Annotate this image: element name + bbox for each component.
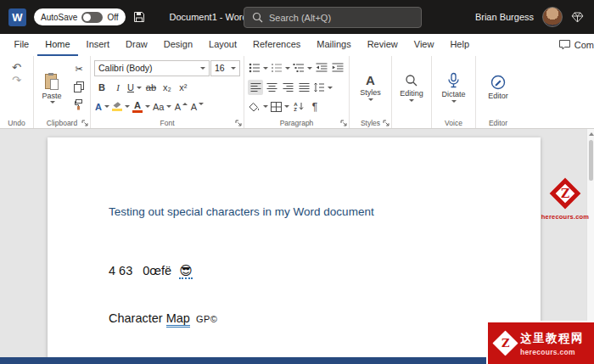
subscript-label: x₂ bbox=[163, 82, 171, 92]
scrollbar-thumb[interactable] bbox=[589, 140, 593, 181]
watermark-banner-text: 这里教程网 herecours.com bbox=[520, 331, 584, 356]
tab-review[interactable]: Review bbox=[359, 34, 406, 56]
tab-references[interactable]: References bbox=[245, 34, 309, 56]
sort-icon: AZ bbox=[294, 102, 297, 112]
sunglasses-emoji: 😎 bbox=[179, 263, 193, 279]
underline-button[interactable]: U bbox=[126, 80, 143, 95]
tab-help[interactable]: Help bbox=[442, 34, 478, 56]
styles-dialog-launcher-icon[interactable] bbox=[383, 120, 389, 126]
scroll-up-icon[interactable] bbox=[589, 132, 594, 136]
align-center-button[interactable] bbox=[264, 80, 279, 95]
editing-button[interactable]: Editing bbox=[395, 59, 428, 116]
paste-label: Paste bbox=[42, 92, 61, 100]
voice-group-label: Voice bbox=[432, 119, 475, 127]
align-left-icon bbox=[250, 82, 261, 92]
borders-button[interactable] bbox=[270, 99, 290, 115]
editor-button[interactable]: Editor bbox=[479, 59, 517, 116]
shading-bucket-icon bbox=[249, 102, 261, 112]
tab-draw[interactable]: Draw bbox=[118, 34, 156, 56]
bold-label: B bbox=[98, 82, 105, 92]
grow-font-button[interactable]: A bbox=[173, 99, 188, 115]
strikethrough-button[interactable]: ab bbox=[143, 80, 159, 95]
paste-button[interactable]: Paste bbox=[37, 59, 66, 116]
document-heading: Testing out special characters in my Wor… bbox=[109, 205, 507, 218]
paragraph-dialog-launcher-icon[interactable] bbox=[340, 120, 347, 126]
autosave-state: Off bbox=[107, 13, 118, 22]
multilevel-list-button[interactable] bbox=[292, 60, 313, 76]
change-case-label: Aa bbox=[153, 102, 164, 112]
styles-button[interactable]: A Styles bbox=[353, 59, 388, 116]
editor-button-label: Editor bbox=[488, 92, 508, 100]
dictate-button[interactable]: Dictate bbox=[435, 59, 472, 116]
document-page[interactable]: Testing out special characters in my Wor… bbox=[48, 137, 541, 357]
microphone-icon bbox=[446, 72, 462, 88]
font-size-value: 16 bbox=[215, 63, 225, 73]
font-name-select[interactable]: Calibri (Body) bbox=[94, 60, 210, 76]
user-name[interactable]: Brian Burgess bbox=[475, 12, 534, 22]
comments-button[interactable]: Com bbox=[558, 34, 594, 56]
italic-button[interactable]: I bbox=[110, 80, 126, 95]
watermark-diamond-icon: Z bbox=[550, 178, 581, 210]
autosave-toggle-icon[interactable] bbox=[81, 12, 103, 23]
save-icon[interactable] bbox=[133, 11, 145, 23]
watermark-logo: Z herecours.com bbox=[538, 179, 592, 221]
ribbon-group-clipboard: Paste ✂ Clipboard bbox=[34, 56, 91, 128]
tab-layout[interactable]: Layout bbox=[201, 34, 245, 56]
sort-button[interactable]: AZ bbox=[291, 99, 306, 115]
align-right-button[interactable] bbox=[280, 80, 295, 95]
line-spacing-button[interactable] bbox=[312, 80, 333, 95]
align-left-button[interactable] bbox=[248, 80, 263, 95]
change-case-button[interactable]: Aa bbox=[152, 99, 172, 115]
ribbon: ↶ ↷ Undo Paste ✂ bbox=[0, 56, 594, 129]
undo-icon[interactable]: ↶ bbox=[12, 61, 21, 74]
shrink-font-label: A bbox=[191, 102, 197, 112]
cut-button[interactable]: ✂ bbox=[71, 61, 87, 76]
increase-indent-button[interactable] bbox=[330, 60, 345, 76]
redo-icon[interactable]: ↷ bbox=[12, 74, 21, 87]
autosave-control[interactable]: AutoSave Off bbox=[34, 8, 126, 25]
shading-button[interactable] bbox=[248, 99, 269, 115]
paste-clipboard-icon bbox=[43, 72, 60, 91]
copy-icon bbox=[74, 81, 84, 92]
bullet-list-icon bbox=[249, 63, 261, 73]
subscript-button[interactable]: x₂ bbox=[160, 80, 175, 95]
tab-mailings[interactable]: Mailings bbox=[309, 34, 359, 56]
tab-home[interactable]: Home bbox=[37, 34, 78, 56]
numbered-list-button[interactable] bbox=[270, 60, 291, 76]
highlight-button[interactable] bbox=[111, 99, 131, 115]
superscript-button[interactable]: x² bbox=[176, 80, 191, 95]
editing-button-label: Editing bbox=[400, 89, 423, 98]
format-painter-button[interactable] bbox=[71, 97, 87, 112]
font-dialog-launcher-icon[interactable] bbox=[235, 120, 242, 126]
word-logo-icon[interactable]: W bbox=[8, 8, 26, 26]
watermark-banner-diamond-icon: Z bbox=[493, 331, 518, 356]
decrease-indent-button[interactable] bbox=[314, 60, 329, 76]
align-right-icon bbox=[283, 82, 294, 92]
tab-file[interactable]: File bbox=[6, 34, 37, 56]
styles-button-label: Styles bbox=[360, 88, 381, 97]
tab-design[interactable]: Design bbox=[155, 34, 200, 56]
avatar[interactable] bbox=[542, 7, 563, 27]
gem-icon[interactable] bbox=[571, 12, 584, 23]
search-box[interactable]: Search (Alt+Q) bbox=[244, 7, 422, 28]
font-size-select[interactable]: 16 bbox=[210, 60, 240, 76]
tab-view[interactable]: View bbox=[406, 34, 442, 56]
font-group-label: Font bbox=[91, 119, 244, 127]
ribbon-group-editor: Editor Editor bbox=[476, 56, 520, 128]
font-color-button[interactable]: A bbox=[132, 99, 151, 115]
cut-icon: ✂ bbox=[75, 64, 82, 75]
multilevel-list-icon bbox=[293, 63, 305, 73]
toggle-knob-icon bbox=[83, 14, 91, 21]
clipboard-dialog-launcher-icon[interactable] bbox=[81, 120, 88, 126]
show-hide-pilcrow-button[interactable]: ¶ bbox=[307, 99, 322, 115]
bold-button[interactable]: B bbox=[94, 80, 109, 95]
word-logo-letter: W bbox=[12, 11, 22, 24]
grow-font-label: A bbox=[175, 102, 181, 112]
charmap-symbols: GP© bbox=[196, 314, 218, 324]
justify-button[interactable] bbox=[296, 80, 311, 95]
copy-button[interactable] bbox=[71, 79, 87, 94]
tab-insert[interactable]: Insert bbox=[78, 34, 118, 56]
text-effects-button[interactable]: A bbox=[94, 99, 110, 115]
shrink-font-button[interactable]: A bbox=[189, 99, 205, 115]
bullet-list-button[interactable] bbox=[248, 60, 269, 76]
